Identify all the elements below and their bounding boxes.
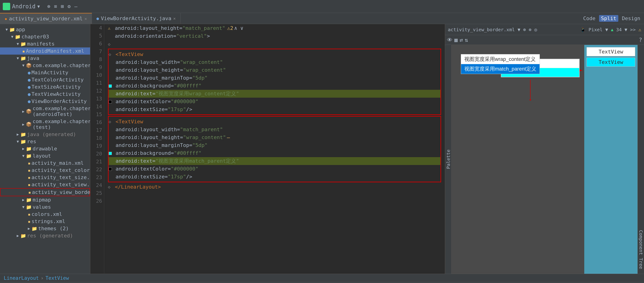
preview-icon1[interactable]: ⊕: [523, 27, 526, 32]
sync-icon[interactable]: ⊕: [47, 3, 50, 9]
xml-icon: ▪: [28, 175, 30, 180]
sidebar-item-strings[interactable]: ▪ strings.xml: [0, 218, 90, 225]
gutter: [108, 165, 116, 173]
code-line-11: android:layout_marginTop="5dp": [108, 74, 440, 82]
view-mode-split[interactable]: Split: [599, 15, 618, 22]
tab-java-close[interactable]: ✕: [173, 16, 176, 21]
sidebar-item-chapter03[interactable]: ▼ 📁 chapter03: [0, 33, 90, 40]
sidebar-item-activity-main[interactable]: ▪ activity_main.xml: [0, 159, 90, 167]
view-mode-code[interactable]: Code: [583, 15, 595, 21]
breadcrumb-textview[interactable]: TextView: [46, 275, 69, 281]
api-dropdown[interactable]: ▼: [624, 27, 627, 32]
breadcrumb-separator: ›: [41, 275, 44, 281]
sidebar-item-manifests[interactable]: ▼ 📁 manifests: [0, 40, 90, 47]
tab-bar: ▪ activity_view_border.xml ✕ ● ViewBorde…: [0, 13, 644, 24]
top-toolbar: Android ▼ ⊕ ≡ ⊞ ⚙ —: [0, 0, 644, 13]
xml-icon: ▪: [28, 212, 30, 217]
xml-icon: ▪: [28, 168, 30, 173]
annotation-line-2[interactable]: 视图宽度采用match_parent定义: [461, 64, 540, 74]
code-text[interactable]: ⚠ android:layout_height="match_parent" ⚠…: [104, 24, 445, 274]
api-level[interactable]: 34: [616, 27, 622, 32]
red-section-1: ◇ <TextView android:layout_width="wrap_c…: [108, 49, 441, 115]
code-line-24: android:textSize="17sp" />: [108, 173, 440, 181]
preview-icon3[interactable]: ◎: [534, 27, 537, 32]
component-tree-tab[interactable]: Component Tree: [638, 45, 644, 274]
sidebar-item-mainactivity[interactable]: ● MainActivity: [0, 69, 90, 76]
sidebar-item-package-test[interactable]: ▶ 📦 com.example.chapter03 (test): [0, 118, 90, 131]
code-line-13: android:text="视图宽度采用wrap_content定义": [108, 90, 440, 98]
java-icon: ●: [28, 77, 30, 83]
code-line-5: android:orientation="vertical">: [108, 32, 441, 40]
palette-tab[interactable]: Palette: [445, 45, 452, 274]
teal-panel: TextView TextView: [584, 45, 638, 274]
sidebar-item-label: values: [33, 204, 51, 210]
xml-icon: ▪: [28, 182, 30, 187]
gutter: [108, 82, 116, 90]
sidebar-item-res[interactable]: ▼ 📁 res: [0, 138, 90, 145]
help-icon[interactable]: ?: [639, 37, 642, 43]
project-sidebar: ▼ 📁 app ▼ 📁 chapter03 ▼ 📁 manifests ▪ An…: [0, 24, 90, 274]
sidebar-item-drawable[interactable]: ▶ 📁 drawable: [0, 145, 90, 152]
expand-arrows[interactable]: ∧ ∨: [234, 24, 244, 32]
sidebar-item-viewborderactivity[interactable]: ● ViewBorderActivity: [0, 98, 90, 105]
sidebar-item-activity-text-size[interactable]: ▪ activity_text_size.xml: [0, 174, 90, 181]
tab-xml[interactable]: ▪ activity_view_border.xml ✕: [0, 13, 92, 24]
sidebar-item-app[interactable]: ▼ 📁 app: [0, 26, 90, 33]
code-line-9: android:layout_width="wrap_content": [108, 58, 440, 66]
more-options[interactable]: >>: [630, 27, 636, 32]
arrows-icon[interactable]: ⇄: [460, 37, 463, 43]
preview-file-label: activity_view_border.xml: [448, 27, 515, 32]
teal-textview-1: TextView: [586, 47, 635, 56]
sidebar-item-textcoloractivity[interactable]: ● TextColorActivity: [0, 76, 90, 83]
sidebar-item-label: chapter03: [22, 34, 49, 39]
sidebar-item-values[interactable]: ▼ 📁 values: [0, 203, 90, 211]
sidebar-item-textsizeactivity[interactable]: ● TextSizeActivity: [0, 83, 90, 90]
preview-icon2[interactable]: ⊗: [529, 27, 532, 32]
device-label[interactable]: Pixel: [589, 27, 602, 32]
folder-icon: 📁: [26, 204, 32, 210]
annotation-line-1: 视图宽度采用wrap_content定义: [461, 54, 540, 64]
sidebar-item-activity-view-border[interactable]: ▪ activity_view_border.xml: [0, 188, 90, 196]
sidebar-item-colors[interactable]: ▪ colors.xml: [0, 211, 90, 218]
device-icon[interactable]: 📱: [580, 27, 586, 32]
preview-dropdown-arrow[interactable]: ▼: [518, 27, 520, 32]
view-mode-design[interactable]: Design: [622, 15, 640, 21]
sidebar-item-layout[interactable]: ▼ 📁 layout: [0, 152, 90, 159]
tab-java[interactable]: ● ViewBorderActivity.java ✕: [92, 13, 181, 24]
device-dropdown[interactable]: ▼: [605, 27, 608, 32]
grid-icon[interactable]: ▦: [454, 37, 458, 43]
android-logo-icon: [3, 3, 10, 10]
sidebar-item-mipmap[interactable]: ▶ 📁 mipmap: [0, 196, 90, 203]
filter-icon[interactable]: ⊞: [61, 3, 64, 9]
sidebar-item-package-main[interactable]: ▼ 📦 com.example.chapter03: [0, 62, 90, 69]
annotation-arrow-2: [528, 77, 579, 100]
project-selector[interactable]: Android ▼: [3, 3, 40, 10]
minimize-icon[interactable]: —: [74, 3, 77, 9]
tab-xml-close[interactable]: ✕: [84, 16, 87, 21]
sidebar-item-res-generated[interactable]: ▶ 📁 res (generated): [0, 232, 90, 239]
sidebar-item-java-generated[interactable]: ▶ 📁 java (generated): [0, 131, 90, 138]
sidebar-item-androidmanifest[interactable]: ▪ AndroidManifest.xml: [0, 47, 90, 55]
sidebar-item-label: activity_text_view.xml: [32, 182, 90, 187]
code-line-20: android:layout_marginTop="5dp": [108, 141, 440, 149]
eye-icon[interactable]: 👁: [447, 37, 452, 43]
code-line-19: android:layout_height="wrap_content" —: [108, 134, 440, 141]
structure-icon[interactable]: ≡: [54, 3, 57, 9]
arrow-icon: ▼: [22, 154, 24, 158]
fold-marker: ◇: [108, 184, 110, 189]
sidebar-item-activity-text-view[interactable]: ▪ activity_text_view.xml: [0, 181, 90, 188]
xml-icon: ▪: [28, 160, 30, 166]
arrow-icon: ▶: [22, 146, 24, 151]
breadcrumb-linearlayout[interactable]: LinearLayout: [4, 275, 39, 281]
vertical-arrows-icon[interactable]: ⇅: [465, 37, 468, 43]
sidebar-item-java[interactable]: ▼ 📁 java: [0, 55, 90, 62]
settings-icon[interactable]: ⚙: [68, 3, 71, 9]
folder-icon: 📁: [20, 55, 26, 61]
sidebar-item-themes[interactable]: ▶ 📁 themes (2): [0, 225, 90, 232]
sidebar-item-activity-text-color[interactable]: ▪ activity_text_color.xml: [0, 167, 90, 174]
project-dropdown-arrow[interactable]: ▼: [37, 4, 40, 9]
sidebar-item-package-androidtest[interactable]: ▶ 📦 com.example.chapter03 (androidTest): [0, 105, 90, 118]
gutter: ⚠: [108, 24, 115, 32]
java-icon: ●: [28, 84, 30, 90]
sidebar-item-textviewactivity[interactable]: ● TextViewActivity: [0, 90, 90, 98]
